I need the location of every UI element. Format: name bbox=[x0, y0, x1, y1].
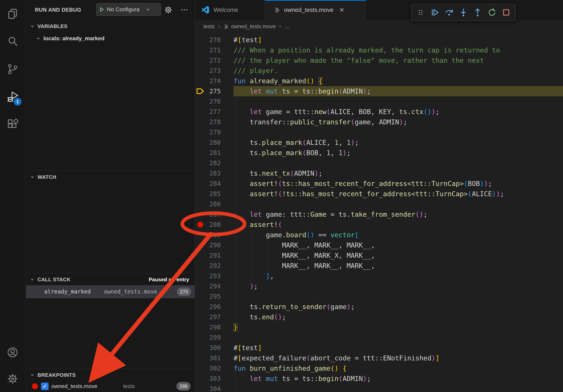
line-number[interactable]: 295 bbox=[206, 291, 221, 301]
code-line-292[interactable]: 292 MARK__, MARK__, MARK__, bbox=[195, 261, 563, 271]
code-line-text[interactable] bbox=[234, 158, 563, 168]
line-number[interactable]: 287 bbox=[206, 209, 221, 220]
breakpoint-margin[interactable] bbox=[195, 384, 206, 392]
step-into-button[interactable] bbox=[458, 7, 469, 18]
code-line-text[interactable]: ts.place_mark(ALICE, 1, 1); bbox=[234, 137, 563, 148]
breadcrumb-symbol[interactable]: … bbox=[285, 24, 290, 30]
code-line-text[interactable]: #[expected_failure(abort_code = ttt::ENo… bbox=[234, 353, 563, 363]
code-line-288[interactable]: 288 assert!( bbox=[195, 220, 563, 230]
code-line-304[interactable]: 304 bbox=[195, 384, 563, 392]
breakpoint-margin[interactable] bbox=[195, 353, 206, 363]
breakpoint-margin[interactable] bbox=[195, 220, 206, 230]
line-number[interactable]: 285 bbox=[206, 189, 221, 199]
line-number[interactable]: 272 bbox=[206, 55, 221, 65]
code-line-279[interactable]: 279 bbox=[195, 127, 563, 137]
breakpoint-margin[interactable] bbox=[195, 45, 206, 55]
code-line-300[interactable]: 300#[test] bbox=[195, 343, 563, 353]
breakpoint-checkbox[interactable]: ✓ bbox=[41, 382, 49, 390]
code-line-text[interactable]: ); bbox=[234, 281, 563, 291]
line-number[interactable]: 293 bbox=[206, 271, 221, 281]
line-number[interactable]: 294 bbox=[206, 281, 221, 291]
run-debug-icon[interactable]: 1 bbox=[0, 83, 25, 111]
code-line-296[interactable]: 296 ts.return_to_sender(game); bbox=[195, 301, 563, 312]
section-variables[interactable]: VARIABLES bbox=[26, 20, 195, 33]
code-line-text[interactable]: #[test] bbox=[234, 343, 563, 353]
code-line-298[interactable]: 298} bbox=[195, 322, 563, 332]
breakpoint-margin[interactable] bbox=[195, 209, 206, 220]
breakpoint-margin[interactable] bbox=[195, 65, 206, 76]
line-number[interactable]: 288 bbox=[206, 220, 221, 230]
code-line-303[interactable]: 303 let mut ts = ts::begin(ADMIN); bbox=[195, 373, 563, 384]
code-line-text[interactable]: let mut ts = ts::begin(ADMIN); bbox=[234, 373, 563, 384]
line-number[interactable]: 284 bbox=[206, 178, 221, 189]
section-call-stack[interactable]: CALL STACK Paused on entry bbox=[26, 273, 195, 286]
line-number[interactable]: 291 bbox=[206, 250, 221, 261]
code-line-text[interactable]: let mut ts = ts::begin(ADMIN); bbox=[234, 86, 563, 96]
breakpoint-margin[interactable] bbox=[195, 158, 206, 168]
line-number[interactable]: 277 bbox=[206, 107, 221, 117]
code-line-295[interactable]: 295 bbox=[195, 291, 563, 301]
line-number[interactable]: 289 bbox=[206, 230, 221, 240]
line-number[interactable]: 276 bbox=[206, 96, 221, 107]
code-line-text[interactable]: /// When a position is already marked, t… bbox=[234, 45, 563, 55]
line-number[interactable]: 302 bbox=[206, 363, 221, 373]
breakpoint-margin[interactable] bbox=[195, 322, 206, 332]
line-number[interactable]: 283 bbox=[206, 168, 221, 178]
start-debug-icon[interactable] bbox=[99, 7, 104, 13]
code-line-287[interactable]: 287 let game: ttt::Game = ts.take_from_s… bbox=[195, 209, 563, 220]
debug-configuration-dropdown[interactable]: No Configura bbox=[96, 3, 161, 16]
code-line-text[interactable]: assert!( bbox=[234, 220, 563, 230]
line-number[interactable]: 290 bbox=[206, 240, 221, 250]
drag-handle-icon[interactable] bbox=[415, 7, 426, 18]
code-line-text[interactable] bbox=[234, 332, 563, 343]
line-number[interactable]: 292 bbox=[206, 261, 221, 271]
breakpoint-list-row[interactable]: ✓ owned_tests.move tests 288 bbox=[26, 380, 195, 392]
step-out-button[interactable] bbox=[473, 7, 483, 18]
account-icon[interactable] bbox=[0, 339, 25, 366]
line-number[interactable]: 300 bbox=[206, 343, 221, 353]
code-line-text[interactable]: MARK__, MARK__, MARK__, bbox=[234, 240, 563, 250]
close-icon[interactable]: ✕ bbox=[339, 7, 344, 13]
breakpoint-margin[interactable] bbox=[195, 148, 206, 158]
code-line-283[interactable]: 283 ts.next_tx(ADMIN); bbox=[195, 168, 563, 178]
breakpoint-margin[interactable] bbox=[195, 86, 206, 96]
line-number[interactable]: 281 bbox=[206, 148, 221, 158]
breakpoint-margin[interactable] bbox=[195, 178, 206, 189]
code-line-272[interactable]: 272/// the player who made the "false" m… bbox=[195, 55, 563, 65]
line-number[interactable]: 273 bbox=[206, 65, 221, 76]
restart-button[interactable] bbox=[487, 7, 497, 18]
code-line-text[interactable] bbox=[234, 384, 563, 392]
breakpoint-margin[interactable] bbox=[195, 55, 206, 65]
settings-gear-icon[interactable] bbox=[0, 366, 25, 392]
breakpoint-margin[interactable] bbox=[195, 271, 206, 281]
breakpoint-margin[interactable] bbox=[195, 373, 206, 384]
code-line-291[interactable]: 291 MARK__, MARK_X, MARK__, bbox=[195, 250, 563, 261]
breakpoint-margin[interactable] bbox=[195, 230, 206, 240]
stop-button[interactable] bbox=[501, 7, 511, 18]
breakpoint-margin[interactable] bbox=[195, 240, 206, 250]
breakpoint-icon[interactable] bbox=[197, 222, 203, 228]
section-breakpoints[interactable]: BREAKPOINTS bbox=[26, 369, 195, 381]
code-line-281[interactable]: 281 ts.place_mark(BOB, 1, 1); bbox=[195, 148, 563, 158]
code-line-text[interactable]: /// player. bbox=[234, 65, 563, 76]
code-line-286[interactable]: 286 bbox=[195, 199, 563, 209]
breadcrumb-folder[interactable]: tests bbox=[203, 24, 215, 30]
breadcrumb-file[interactable]: owned_tests.move bbox=[231, 24, 276, 30]
line-number[interactable]: 303 bbox=[206, 373, 221, 384]
code-line-text[interactable]: ts.return_to_sender(game); bbox=[234, 301, 563, 312]
line-number[interactable]: 286 bbox=[206, 199, 221, 209]
code-line-278[interactable]: 278 transfer::public_transfer(game, ADMI… bbox=[195, 117, 563, 127]
line-number[interactable]: 299 bbox=[206, 332, 221, 343]
code-line-text[interactable]: game.board() == vector[ bbox=[234, 230, 563, 240]
breakpoint-margin[interactable] bbox=[195, 250, 206, 261]
continue-button[interactable] bbox=[430, 7, 440, 18]
code-line-285[interactable]: 285 assert!(!ts::has_most_recent_for_add… bbox=[195, 189, 563, 199]
tab-welcome[interactable]: Welcome bbox=[195, 0, 265, 20]
line-number[interactable]: 280 bbox=[206, 137, 221, 148]
line-number[interactable]: 304 bbox=[206, 384, 221, 392]
code-line-text[interactable]: } bbox=[234, 322, 563, 332]
code-line-text[interactable]: assert!(ts::has_most_recent_for_address<… bbox=[234, 178, 563, 189]
code-line-text[interactable] bbox=[234, 96, 563, 107]
code-line-text[interactable]: fun burn_unfinished_game() { bbox=[234, 363, 563, 373]
code-line-text[interactable]: /// the player who made the "false" move… bbox=[234, 55, 563, 65]
